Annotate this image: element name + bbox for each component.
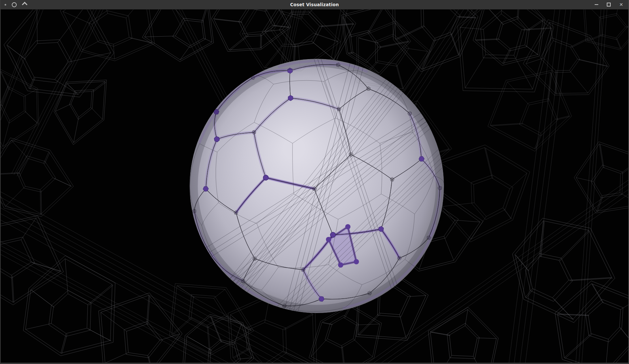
window-controls: ✕ (594, 0, 628, 9)
chevron-up-icon[interactable] (22, 2, 27, 8)
circle-icon[interactable] (12, 2, 17, 7)
maximize-icon (607, 3, 611, 7)
app-window: Coset Visualization ✕ (0, 0, 629, 364)
viewport-3d[interactable] (1, 9, 628, 363)
minimize-icon (595, 4, 598, 5)
close-button[interactable]: ✕ (619, 2, 623, 7)
close-icon: ✕ (619, 2, 623, 7)
minimize-button[interactable] (594, 2, 599, 7)
titlebar[interactable]: Coset Visualization ✕ (1, 0, 628, 9)
titlebar-left-icons (1, 0, 26, 9)
render-canvas[interactable] (1, 9, 628, 363)
maximize-button[interactable] (606, 2, 611, 7)
dot-indicator-icon[interactable] (5, 4, 6, 6)
window-title: Coset Visualization (290, 2, 339, 7)
